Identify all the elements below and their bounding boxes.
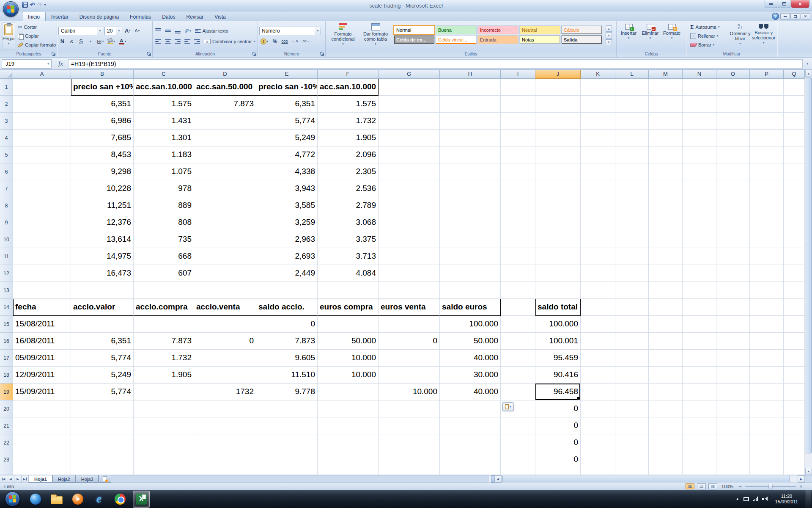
cell-I23[interactable]: [501, 451, 535, 468]
cell-J15[interactable]: 100.000: [535, 316, 581, 333]
cell-H6[interactable]: [440, 163, 501, 180]
cell-C22[interactable]: [134, 434, 194, 451]
horizontal-scrollbar[interactable]: [489, 475, 805, 483]
wrap-text-button[interactable]: Ajustar texto: [194, 27, 230, 35]
cell-I21[interactable]: [501, 417, 535, 434]
cell-E10[interactable]: 2,963: [256, 231, 318, 248]
cell-D19[interactable]: 1732: [194, 384, 256, 400]
taskbar-icon-chrome[interactable]: [112, 491, 129, 508]
cell-B3[interactable]: 6,986: [71, 113, 134, 130]
cell-G12[interactable]: [379, 265, 440, 282]
cell-P19[interactable]: [750, 384, 784, 400]
cell-D17[interactable]: [194, 350, 256, 367]
start-button[interactable]: [5, 491, 20, 506]
cell-C10[interactable]: 735: [134, 231, 194, 248]
cell-G6[interactable]: [379, 163, 440, 180]
cell-B20[interactable]: [71, 400, 134, 417]
dialog-launcher-alineacion[interactable]: [252, 52, 257, 56]
style-neutral[interactable]: Neutral: [519, 25, 560, 34]
cell-L16[interactable]: [615, 333, 649, 350]
cell-M4[interactable]: [649, 130, 683, 146]
cell-L23[interactable]: [615, 451, 649, 468]
cell-N4[interactable]: [683, 130, 716, 146]
cell-O13[interactable]: [716, 282, 750, 299]
cell-L4[interactable]: [615, 130, 649, 146]
cell-F21[interactable]: [318, 417, 379, 434]
orientation-button[interactable]: [183, 27, 192, 35]
cell-O19[interactable]: [716, 384, 750, 400]
cell-B4[interactable]: 7,685: [71, 130, 134, 146]
cell-K14[interactable]: [581, 299, 615, 316]
row-header-7[interactable]: 7: [0, 180, 13, 197]
gallery-up-button[interactable]: [606, 25, 612, 32]
cell-M9[interactable]: [649, 214, 683, 231]
cell-K24[interactable]: [581, 468, 615, 475]
cell-M13[interactable]: [649, 282, 683, 299]
cell-K18[interactable]: [581, 367, 615, 384]
cell-P15[interactable]: [750, 316, 784, 333]
row-header-13[interactable]: 13: [0, 282, 13, 299]
paste-options-button[interactable]: [502, 402, 513, 411]
formula-input[interactable]: =H19+(E19*B19): [68, 59, 803, 69]
insert-function-button[interactable]: fx: [58, 60, 63, 67]
taskbar-icon-explorer[interactable]: [48, 491, 65, 508]
cell-L17[interactable]: [615, 350, 649, 367]
cell-B18[interactable]: 5,249: [71, 367, 134, 384]
cell-K23[interactable]: [581, 451, 615, 468]
cell-A6[interactable]: [13, 163, 71, 180]
cell-I19[interactable]: [501, 384, 535, 400]
row-header-1[interactable]: 1: [0, 79, 13, 96]
cell-I11[interactable]: [501, 248, 535, 265]
cell-D8[interactable]: [194, 197, 256, 214]
column-header-L[interactable]: L: [615, 70, 649, 79]
customize-qat-button[interactable]: [44, 3, 46, 7]
cell-E7[interactable]: 3,943: [256, 180, 318, 197]
cell-N3[interactable]: [683, 113, 716, 130]
horizontal-scroll-thumb[interactable]: [502, 476, 790, 482]
merge-center-button[interactable]: Combinar y centrar: [203, 37, 256, 45]
cell-L5[interactable]: [615, 146, 649, 163]
cell-J5[interactable]: [535, 146, 581, 163]
row-header-10[interactable]: 10: [0, 231, 13, 248]
cell-J23[interactable]: 0: [535, 451, 581, 468]
cell-C6[interactable]: 1.075: [134, 163, 194, 180]
cell-F12[interactable]: 4.084: [318, 265, 379, 282]
cell-E24[interactable]: [256, 468, 318, 475]
column-header-Q[interactable]: Q: [784, 70, 805, 79]
tray-network-icon[interactable]: [753, 497, 758, 501]
minimize-button[interactable]: [765, 0, 777, 8]
cell-M10[interactable]: [649, 231, 683, 248]
cell-I4[interactable]: [501, 130, 535, 146]
vertical-scroll-thumb[interactable]: [806, 77, 812, 453]
cell-C23[interactable]: [134, 451, 194, 468]
cell-H24[interactable]: [440, 468, 501, 475]
cell-I14[interactable]: [501, 299, 535, 316]
column-header-M[interactable]: M: [649, 70, 683, 79]
cell-K4[interactable]: [581, 130, 615, 146]
underline-options-button[interactable]: [86, 37, 94, 45]
cell-I24[interactable]: [501, 468, 535, 475]
fill-color-button[interactable]: [106, 37, 116, 45]
cell-F6[interactable]: 2.305: [318, 163, 379, 180]
cell-O9[interactable]: [716, 214, 750, 231]
taskbar-icon-internet-explorer[interactable]: [91, 491, 107, 508]
cell-K9[interactable]: [581, 214, 615, 231]
align-middle-button[interactable]: [164, 27, 172, 35]
cell-D13[interactable]: [194, 282, 256, 299]
cell-A22[interactable]: [13, 434, 71, 451]
cell-O18[interactable]: [716, 367, 750, 384]
cell-J9[interactable]: [535, 214, 581, 231]
cell-K10[interactable]: [581, 231, 615, 248]
cell-M17[interactable]: [649, 350, 683, 367]
cell-B9[interactable]: 12,376: [71, 214, 134, 231]
cell-J18[interactable]: 90.416: [535, 367, 581, 384]
scroll-down-button[interactable]: [805, 468, 812, 475]
cell-E14[interactable]: saldo accio.: [256, 299, 318, 316]
cell-P5[interactable]: [750, 146, 784, 163]
cell-M24[interactable]: [649, 468, 683, 475]
cell-H13[interactable]: [440, 282, 501, 299]
cell-H9[interactable]: [440, 214, 501, 231]
close-button[interactable]: [791, 0, 809, 8]
cell-N9[interactable]: [683, 214, 716, 231]
cell-N13[interactable]: [683, 282, 716, 299]
